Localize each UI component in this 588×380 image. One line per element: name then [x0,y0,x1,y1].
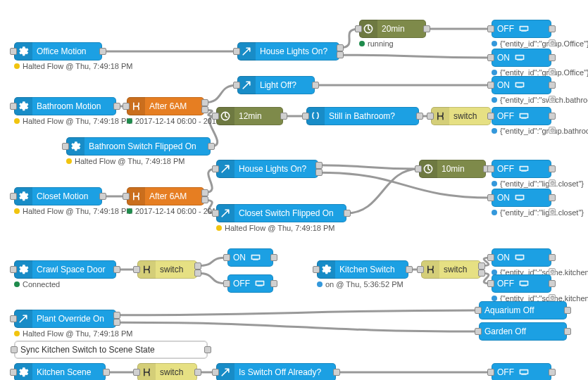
port-out-2[interactable] [315,169,323,176]
node-bath_switch_flip[interactable]: Bathroom Switch Flipped On [66,137,211,156]
node-closet_switch_flip[interactable]: Closet Switch Flipped On [216,204,346,222]
node-off_crawl[interactable]: OFF [227,274,273,293]
port-in[interactable] [355,25,362,32]
port-in[interactable] [233,82,240,89]
port-out-1[interactable] [113,312,120,319]
port-out-1[interactable] [194,262,201,270]
port-out-1[interactable] [201,99,208,106]
node-bathroom_motion[interactable]: Bathroom Motion [14,97,116,115]
port-out[interactable] [208,143,215,150]
port-in[interactable] [417,266,424,273]
config-gear-icon[interactable]: ⚙ [549,96,556,103]
port-in[interactable] [415,165,422,172]
port-out-1[interactable] [337,44,344,51]
config-gear-icon[interactable]: ⚙ [549,68,556,75]
port-in[interactable] [487,82,494,89]
node-plant_override[interactable]: Plant Override On [14,310,116,328]
port-out[interactable] [406,266,413,273]
node-off_last[interactable]: OFF [492,363,551,380]
config-gear-icon[interactable]: ⚙ [549,39,556,46]
node-house_lights_2[interactable]: House Lights On? [216,160,318,178]
port-out-1[interactable] [478,262,485,270]
port-out[interactable] [99,193,106,200]
node-off_office[interactable]: OFF [492,20,551,38]
port-in[interactable] [223,254,230,261]
port-out[interactable] [549,369,556,376]
port-out[interactable] [549,165,556,172]
node-delay_20[interactable]: 20min [359,20,426,38]
flow-canvas[interactable]: Office MotionHalted Flow @ Thu, 7:49:18 … [0,0,588,380]
port-out[interactable] [549,254,556,261]
port-in[interactable] [487,113,494,120]
node-on_crawl[interactable]: ON [227,248,273,267]
port-in[interactable] [427,113,434,120]
node-house_lights_1[interactable]: House Lights On? [237,42,339,61]
port-in[interactable] [487,254,494,261]
port-in[interactable] [487,165,494,172]
port-in[interactable] [212,113,219,120]
port-out-2[interactable] [201,106,208,113]
port-in[interactable] [10,193,17,200]
port-in[interactable] [487,194,494,201]
port-in[interactable] [233,48,240,55]
node-after6_2[interactable]: After 6AM [127,187,204,205]
port-in[interactable] [223,280,230,287]
node-sync_comment[interactable]: Sync Kitchen Switch to Scene State [14,341,208,359]
node-off_bath[interactable]: OFF [492,107,551,125]
node-on_kitchen[interactable]: ON [492,248,551,267]
port-out[interactable] [564,307,571,314]
port-in[interactable] [487,25,494,32]
node-still_bath[interactable]: Still in Bathroom? [306,107,419,125]
port-in[interactable] [11,346,18,353]
port-out-2[interactable] [194,270,201,277]
port-in[interactable] [62,143,69,150]
port-out[interactable] [103,369,110,376]
port-out[interactable] [194,369,201,376]
port-out[interactable] [549,82,556,89]
port-in[interactable] [487,54,494,61]
port-out-2[interactable] [337,51,344,58]
port-out-2[interactable] [113,319,120,326]
port-in[interactable] [10,266,17,273]
port-out[interactable] [280,113,287,120]
port-in[interactable] [313,266,320,273]
port-out-2[interactable] [201,196,208,203]
port-out[interactable] [333,369,340,376]
port-in[interactable] [212,369,219,376]
port-in[interactable] [10,315,17,322]
node-switch_3[interactable]: switch [421,260,481,279]
port-out[interactable] [344,210,351,217]
port-out[interactable] [549,194,556,201]
config-gear-icon[interactable]: ⚙ [549,294,556,301]
port-out[interactable] [270,280,277,287]
config-gear-icon[interactable]: ⚙ [549,127,556,134]
config-gear-icon[interactable]: ⚙ [549,208,556,215]
port-in[interactable] [133,369,140,376]
config-gear-icon[interactable]: ⚙ [549,268,556,275]
node-off_kitchen[interactable]: OFF [492,274,551,293]
node-delay_10[interactable]: 10min [419,160,486,178]
port-in[interactable] [475,307,482,314]
node-on_office[interactable]: ON [492,49,551,67]
port-out[interactable] [564,328,571,335]
port-out[interactable] [549,280,556,287]
node-is_switch_off[interactable]: Is Switch Off Already? [216,363,336,380]
port-in[interactable] [212,210,219,217]
port-out[interactable] [204,346,211,353]
port-out[interactable] [312,82,319,89]
node-delay_12[interactable]: 12min [216,107,283,125]
port-out[interactable] [99,48,106,55]
port-out[interactable] [423,25,430,32]
port-in[interactable] [487,280,494,287]
port-in[interactable] [10,103,17,110]
node-kitchen_switch[interactable]: Kitchen Switch [317,260,408,279]
port-out-2[interactable] [478,270,485,277]
node-crawl_door[interactable]: Crawl Space Door [14,260,116,279]
port-in[interactable] [487,369,494,376]
port-out-1[interactable] [201,189,208,196]
node-light_off_q[interactable]: Light Off? [237,76,315,94]
node-on_closet[interactable]: ON [492,189,551,207]
node-kitchen_scene[interactable]: Kitchen Scene [14,363,106,380]
node-garden_off[interactable]: Garden Off [479,322,567,341]
port-in[interactable] [10,48,17,55]
